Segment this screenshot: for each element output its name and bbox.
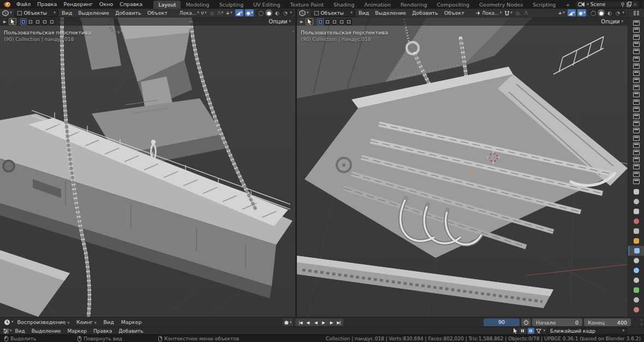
properties-tab-constraints[interactable] <box>628 275 644 285</box>
menu-edit[interactable]: Правка <box>90 327 115 335</box>
add-workspace-button[interactable]: + <box>560 1 575 9</box>
frame-start-field[interactable]: Начало 0 <box>532 319 582 326</box>
only-selected-cursor-icon[interactable] <box>513 328 518 334</box>
gizmos-dropdown[interactable]: +▾ <box>557 9 566 16</box>
properties-tab-particles[interactable] <box>628 256 644 266</box>
menu-view[interactable]: Вид <box>12 327 28 335</box>
menu-playback[interactable]: Воспроизведение ▾ <box>14 318 73 327</box>
collection-icon[interactable] <box>633 143 640 148</box>
sidebar-toggle-arrow[interactable]: ‹ <box>292 28 294 34</box>
menu-view[interactable]: Вид <box>100 318 117 327</box>
select-mode-set[interactable] <box>317 19 324 25</box>
collection-icon[interactable] <box>633 70 640 76</box>
tab-layout[interactable]: Layout <box>153 1 181 9</box>
select-mode-invert[interactable] <box>41 19 48 25</box>
jump-to-end-button[interactable]: ▶| <box>335 320 342 325</box>
properties-tab-object[interactable] <box>628 236 644 246</box>
snapping-dropdown[interactable]: ▾ <box>503 9 514 16</box>
tab-shading[interactable]: Shading <box>329 1 360 9</box>
properties-tab-tool[interactable] <box>628 207 644 216</box>
gizmos-dropdown[interactable]: +▾ <box>225 9 234 16</box>
record-button[interactable]: ● <box>284 320 289 325</box>
mode-selector[interactable]: Объекты ▾ <box>311 9 356 17</box>
snap-mode-dropdown[interactable]: Ближайший кадр ▾ <box>547 328 628 334</box>
editor-type-timeline-icon[interactable] <box>3 319 11 326</box>
collection-icon[interactable] <box>633 34 640 40</box>
tool-expand-arrow-icon[interactable]: ▶ <box>299 20 304 24</box>
shading-material-button[interactable]: ◐ <box>606 9 613 16</box>
tab-animation[interactable]: Animation <box>359 1 395 9</box>
current-frame-field[interactable]: 90 <box>484 319 520 326</box>
collection-icon[interactable] <box>633 114 640 119</box>
collection-icon[interactable] <box>633 107 640 112</box>
play-button[interactable]: ▶ <box>319 320 327 325</box>
tab-compositing[interactable]: Compositing <box>432 1 474 9</box>
overlays-toggle[interactable]: ◢▾ <box>568 9 576 16</box>
collection-icon[interactable] <box>633 78 640 83</box>
shading-solid-button[interactable]: ● <box>265 9 272 16</box>
collection-icon[interactable] <box>633 164 640 169</box>
unlink-scene-icon[interactable]: × <box>633 2 637 7</box>
active-tool-select-box[interactable] <box>9 18 16 25</box>
collection-icon[interactable] <box>633 99 640 105</box>
transform-orientation-dropdown[interactable]: Лока... ▾ <box>474 9 503 16</box>
menu-marker[interactable]: Маркер <box>64 327 90 335</box>
collection-icon[interactable] <box>633 20 640 26</box>
tool-options-dropdown[interactable]: Опции ▾ <box>269 19 293 25</box>
shading-wireframe-button[interactable]: ◯ <box>589 9 597 16</box>
tab-rendering[interactable]: Rendering <box>396 1 432 9</box>
collection-icon[interactable] <box>633 42 640 47</box>
proportional-editing-toggle[interactable]: ◎ <box>208 9 216 16</box>
proportional-falloff-dropdown[interactable]: Λ <box>522 9 530 16</box>
shading-material-button[interactable]: ◐ <box>273 9 281 16</box>
previous-keyframe-button[interactable]: ◀· <box>304 320 312 325</box>
collection-icon[interactable] <box>633 172 640 177</box>
collection-icon[interactable] <box>633 92 640 97</box>
collection-icon[interactable] <box>633 150 640 155</box>
frame-end-field[interactable]: Конец 400 <box>584 319 631 326</box>
collection-icon[interactable] <box>633 157 640 162</box>
collection-icon[interactable] <box>633 128 640 133</box>
collection-icon[interactable] <box>633 85 640 90</box>
select-mode-subtract[interactable] <box>34 19 41 25</box>
shading-rendered-button[interactable]: ◔ <box>614 9 621 16</box>
proportional-falloff-dropdown[interactable]: Λ▾ <box>217 9 224 16</box>
menu-object[interactable]: Объект <box>442 9 467 17</box>
properties-tab-editor-type[interactable] <box>628 187 644 197</box>
properties-tab-object-data[interactable] <box>628 285 644 295</box>
properties-tab-speedometer[interactable] <box>628 295 644 305</box>
select-mode-extend[interactable] <box>324 19 331 25</box>
menu-select[interactable]: Выделение <box>372 9 409 17</box>
active-tool-select-box[interactable] <box>306 18 313 25</box>
menu-window[interactable]: Окно <box>96 0 116 9</box>
shading-wireframe-button[interactable]: ◯ <box>257 9 264 16</box>
menu-select[interactable]: Выделение <box>75 9 112 17</box>
menu-view[interactable]: Вид <box>59 9 75 17</box>
pin-icon[interactable] <box>621 2 625 7</box>
menu-marker[interactable]: Маркер <box>118 318 145 327</box>
select-mode-intersect[interactable] <box>345 19 352 25</box>
blender-logo-icon[interactable] <box>3 1 11 8</box>
collection-icon[interactable] <box>633 27 640 33</box>
shading-solid-button[interactable]: ● <box>598 9 605 16</box>
properties-tab-world[interactable] <box>628 216 644 226</box>
collection-icon[interactable] <box>633 135 640 141</box>
tab-sculpting[interactable]: Sculpting <box>214 1 248 9</box>
view-layer-selector[interactable]: ▾ ViewLayer × <box>642 1 644 8</box>
tab-scripting[interactable]: Scripting <box>528 1 560 9</box>
scene-selector[interactable]: ▾ Scene × <box>575 1 640 8</box>
menu-view[interactable]: Вид <box>356 9 372 17</box>
area-corner-handles[interactable]: ›‹ <box>641 318 642 327</box>
select-mode-intersect[interactable] <box>49 19 55 25</box>
proportional-editing-toggle[interactable]: ◎ <box>514 9 522 16</box>
properties-tab-output[interactable] <box>628 226 644 236</box>
properties-tab-modifiers[interactable] <box>628 246 644 256</box>
use-preview-range-button[interactable] <box>521 319 530 326</box>
xray-toggle[interactable]: ◉▾ <box>577 9 586 16</box>
overlays-toggle[interactable]: ◢▾ <box>235 9 243 16</box>
3d-viewport-canvas-right[interactable] <box>297 17 628 317</box>
tab-texture-paint[interactable]: Texture Paint <box>285 1 329 9</box>
menu-help[interactable]: Справка <box>116 0 146 9</box>
mode-selector[interactable]: Объекты ▾ <box>14 9 59 17</box>
tab-geometry-nodes[interactable]: Geometry Nodes <box>474 1 528 9</box>
